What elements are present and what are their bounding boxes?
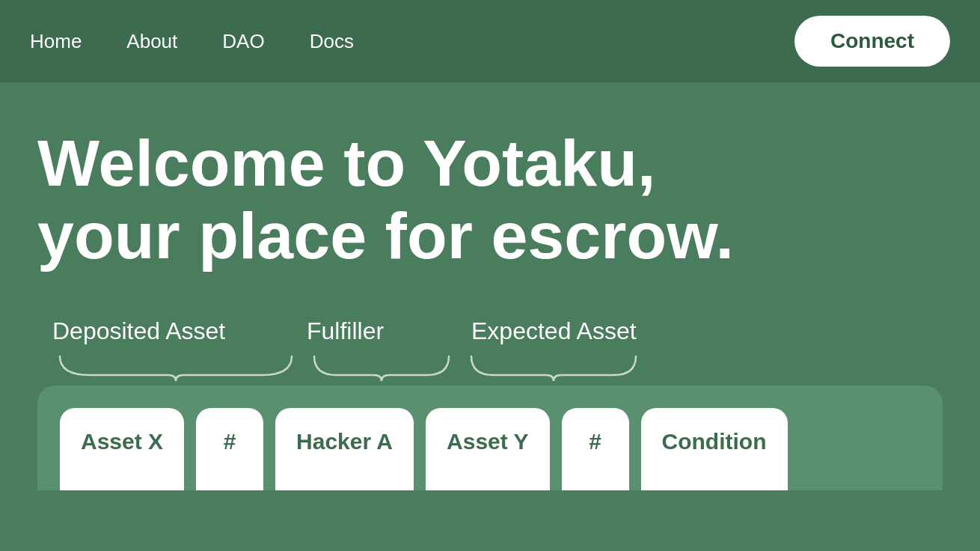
- nav-docs[interactable]: Docs: [310, 30, 354, 53]
- fulfiller-brace-icon: [307, 353, 456, 383]
- card-asset-x: Asset X: [60, 408, 184, 490]
- nav-dao[interactable]: DAO: [222, 30, 264, 53]
- hero-line1: Welcome to Yotaku,: [37, 126, 655, 200]
- expected-brace-icon: [464, 353, 643, 383]
- card-asset-y-label: Asset Y: [447, 429, 529, 454]
- escrow-labels-section: Deposited Asset Fulfiller Expected Asset: [37, 317, 943, 383]
- card-hash-2-label: #: [589, 429, 601, 454]
- card-hash-1-label: #: [224, 429, 236, 454]
- navbar: Home About DAO Docs Connect: [0, 0, 980, 82]
- deposited-asset-label: Deposited Asset: [52, 317, 307, 345]
- main-content: Welcome to Yotaku, your place for escrow…: [0, 82, 980, 490]
- card-hash-1: #: [196, 408, 263, 490]
- card-asset-y: Asset Y: [426, 408, 550, 490]
- fulfiller-label: Fulfiller: [307, 317, 471, 345]
- hero-title: Welcome to Yotaku, your place for escrow…: [37, 127, 785, 273]
- labels-row: Deposited Asset Fulfiller Expected Asset: [52, 317, 943, 345]
- expected-asset-label: Expected Asset: [471, 317, 666, 345]
- card-hash-2: #: [562, 408, 629, 490]
- card-hacker-a-label: Hacker A: [296, 429, 393, 454]
- card-hacker-a: Hacker A: [275, 408, 414, 490]
- card-condition: Condition: [641, 408, 788, 490]
- deposited-brace-icon: [52, 353, 299, 383]
- nav-about[interactable]: About: [126, 30, 177, 53]
- card-asset-x-label: Asset X: [81, 429, 163, 454]
- nav-home[interactable]: Home: [30, 30, 82, 53]
- braces-row: [52, 353, 943, 383]
- nav-links: Home About DAO Docs: [30, 30, 794, 53]
- connect-button[interactable]: Connect: [794, 16, 950, 67]
- hero-line2: your place for escrow.: [37, 198, 734, 273]
- card-condition-label: Condition: [662, 429, 767, 454]
- cards-row: Asset X # Hacker A Asset Y # Condition: [37, 386, 943, 490]
